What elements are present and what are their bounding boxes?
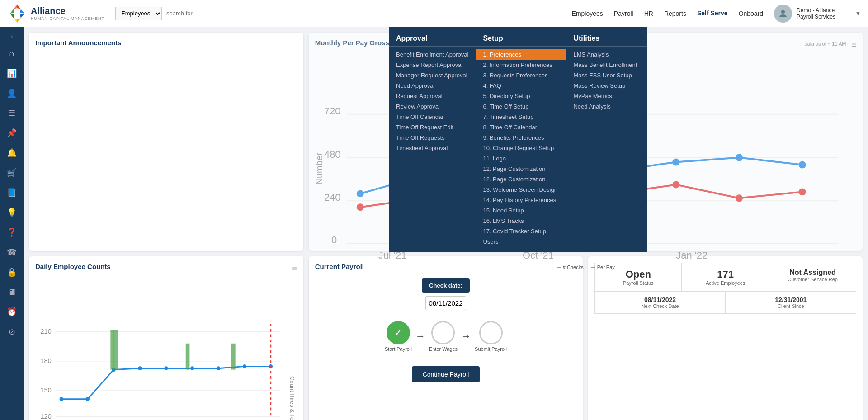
sidebar-item-clock[interactable]: ⏰ xyxy=(3,303,21,321)
svg-marker-1 xyxy=(14,5,17,9)
dd-review-approval[interactable]: Review Approval xyxy=(389,101,476,112)
stat-not-assigned-label: Customer Service Rep xyxy=(775,277,850,282)
dd-mass-review[interactable]: Mass Review Setup xyxy=(566,80,647,91)
daily-counts-card: Daily Employee Counts ≡ 120 150 180 210 xyxy=(29,256,303,420)
dd-change-request[interactable]: 10. Change Request Setup xyxy=(476,143,566,153)
stat-open-val: Open xyxy=(600,269,676,280)
gross-check-menu-icon[interactable]: ≡ xyxy=(851,40,856,50)
user-area[interactable]: Demo - Alliance Payroll Services ▼ xyxy=(774,5,861,23)
svg-marker-6 xyxy=(14,18,17,23)
avatar xyxy=(774,5,792,23)
dd-users[interactable]: Users xyxy=(476,236,566,247)
step-start-label: Start Payroll xyxy=(385,346,412,352)
dd-covid-tracker[interactable]: 17. Covid Tracker Setup xyxy=(476,226,566,236)
nav-onboard[interactable]: Onboard xyxy=(739,8,763,19)
dd-mypay-metrics[interactable]: MyPay Metrics xyxy=(566,91,647,101)
nav-selfserve[interactable]: Self Serve xyxy=(697,8,728,19)
sidebar-item-charts[interactable]: 📊 xyxy=(3,64,21,82)
sidebar-item-monitor[interactable]: 🖥 xyxy=(3,283,21,301)
dropdown-approval-col: Approval Benefit Enrollment Approval Exp… xyxy=(389,27,476,252)
nav-reports[interactable]: Reports xyxy=(664,8,686,19)
sidebar-item-users[interactable]: 👤 xyxy=(3,84,21,102)
dd-mass-benefit[interactable]: Mass Benefit Enrollment xyxy=(566,60,647,70)
next-check-date-label: Next Check Date xyxy=(599,303,720,309)
dd-timeoff-cal-setup[interactable]: 8. Time Off Calendar xyxy=(476,122,566,132)
dd-timesheet-setup[interactable]: 7. Timesheet Setup xyxy=(476,112,566,122)
dd-info-prefs[interactable]: 2. Information Preferences xyxy=(476,60,566,70)
search-select[interactable]: Employees xyxy=(115,7,162,20)
svg-marker-0 xyxy=(17,5,21,9)
continue-payroll-button[interactable]: Continue Payroll xyxy=(412,366,480,382)
svg-text:0: 0 xyxy=(331,234,337,245)
dd-benefit-enrollment[interactable]: Benefit Enrollment Approval xyxy=(389,49,476,60)
dd-page-custom1[interactable]: 12. Page Customization xyxy=(476,164,566,174)
sidebar-item-phone[interactable]: ☎ xyxy=(3,243,21,261)
svg-marker-4 xyxy=(20,9,24,14)
dd-time-off-requests[interactable]: Time Off Requests xyxy=(389,132,476,143)
dd-manager-request[interactable]: Manager Request Approval xyxy=(389,70,476,80)
dd-requests-prefs[interactable]: 3. Requests Preferences xyxy=(476,70,566,80)
sidebar-item-help[interactable]: ❓ xyxy=(3,223,21,241)
svg-text:720: 720 xyxy=(324,105,341,117)
dd-benefits-prefs[interactable]: 9. Benefits Preferences xyxy=(476,132,566,143)
legend-checks: # Checks xyxy=(557,264,584,270)
dd-timesheet-approval[interactable]: Timesheet Approval xyxy=(389,143,476,153)
dd-welcome-screen[interactable]: 13. Welcome Screen Design xyxy=(476,184,566,195)
dd-expense-report[interactable]: Expense Report Approval xyxy=(389,60,476,70)
svg-point-50 xyxy=(164,366,168,370)
sidebar-item-pin[interactable]: 📌 xyxy=(3,124,21,142)
client-since-val: 12/31/2001 xyxy=(731,296,851,303)
user-name: Demo - Alliance Payroll Services xyxy=(797,7,851,20)
sidebar-arrow[interactable]: › xyxy=(10,33,13,41)
nav-employees[interactable]: Employees xyxy=(572,8,603,19)
search-input[interactable] xyxy=(162,7,234,20)
sidebar-item-cart[interactable]: 🛒 xyxy=(3,164,21,182)
sidebar-item-home[interactable]: ⌂ xyxy=(3,44,21,62)
sidebar-item-bell[interactable]: 🔔 xyxy=(3,144,21,162)
dd-time-off-edit[interactable]: Time Off Request Edit xyxy=(389,122,476,132)
nav-hr[interactable]: HR xyxy=(644,8,653,19)
sidebar-item-lock[interactable]: 🔒 xyxy=(3,263,21,281)
user-dropdown-arrow[interactable]: ▼ xyxy=(855,10,861,17)
daily-counts-title: Daily Employee Counts xyxy=(35,263,111,270)
daily-counts-menu-icon[interactable]: ≡ xyxy=(292,264,297,274)
svg-point-47 xyxy=(85,397,90,401)
stat-open-label: Payroll Status xyxy=(600,280,676,286)
sidebar-item-no[interactable]: ⊘ xyxy=(3,323,21,341)
daily-counts-chart: 120 150 180 210 xyxy=(35,278,297,420)
dd-need-setup[interactable]: 15. Need Setup xyxy=(476,205,566,216)
svg-point-46 xyxy=(60,397,64,401)
dropdown-setup-col: Setup 1. Preferences 2. Information Pref… xyxy=(476,27,566,252)
next-check-date-val: 08/11/2022 xyxy=(599,296,720,303)
svg-rect-57 xyxy=(186,344,190,370)
svg-point-9 xyxy=(781,10,785,14)
legend-checks-label: # Checks xyxy=(563,264,584,270)
dd-mass-ess[interactable]: Mass ESS User Setup xyxy=(566,70,647,80)
svg-point-51 xyxy=(190,366,194,370)
announcements-card: Important Announcements xyxy=(29,33,303,251)
step-arrow-1: → xyxy=(415,330,425,342)
sidebar-item-list[interactable]: ☰ xyxy=(3,104,21,122)
dd-request-approval[interactable]: Request Approval xyxy=(389,91,476,101)
dd-directory-setup[interactable]: 5. Directory Setup xyxy=(476,91,566,101)
nav-payroll[interactable]: Payroll xyxy=(614,8,633,19)
dd-logo[interactable]: 11. Logo xyxy=(476,153,566,164)
svg-marker-7 xyxy=(17,18,21,23)
dd-need-analysis[interactable]: Need Analysis xyxy=(566,101,647,112)
dd-lms-tracks[interactable]: 16. LMS Tracks xyxy=(476,216,566,226)
svg-point-24 xyxy=(736,154,743,161)
dd-faq[interactable]: 4. FAQ xyxy=(476,80,566,91)
dd-timeoff-setup[interactable]: 6. Time Off Setup xyxy=(476,101,566,112)
sidebar-item-bulb[interactable]: 💡 xyxy=(3,203,21,222)
date-row: 08/11/2022 Next Check Date 12/31/2001 Cl… xyxy=(594,292,856,314)
dd-page-custom2[interactable]: 12. Page Customization xyxy=(476,174,566,184)
step-submit: Submit Payroll xyxy=(475,321,507,352)
svg-marker-2 xyxy=(10,9,14,14)
svg-text:240: 240 xyxy=(324,192,341,203)
dd-lms-analysis[interactable]: LMS Analysis xyxy=(566,49,647,60)
dd-pay-history[interactable]: 14. Pay History Preferences xyxy=(476,195,566,205)
dd-preferences[interactable]: 1. Preferences xyxy=(476,49,566,60)
dd-need-approval[interactable]: Need Approval xyxy=(389,80,476,91)
dd-time-off-cal[interactable]: Time Off Calendar xyxy=(389,112,476,122)
sidebar-item-book[interactable]: 📘 xyxy=(3,184,21,202)
